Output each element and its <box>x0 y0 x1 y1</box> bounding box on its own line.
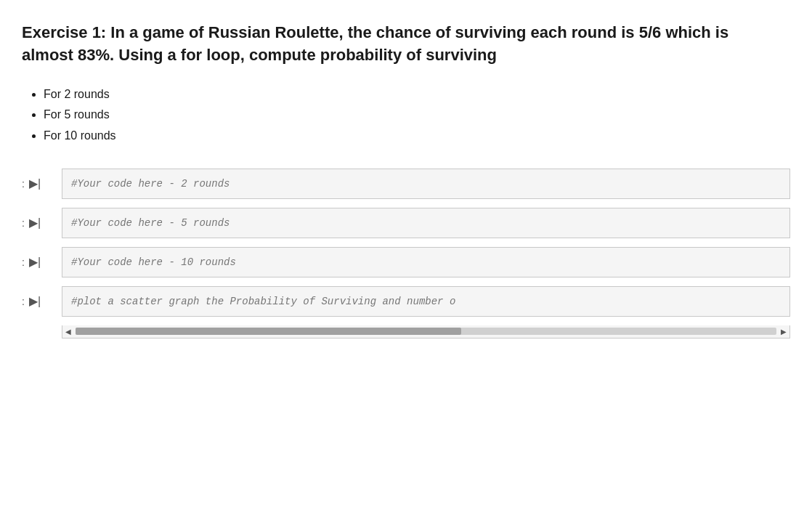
code-cell-4: : ▶| <box>22 286 790 317</box>
code-cell-3: : ▶| <box>22 247 790 277</box>
cell-colon-2: : <box>22 217 25 229</box>
cell-run-btn-4[interactable]: ▶| <box>29 294 41 308</box>
bullet-list: For 2 rounds For 5 rounds For 10 rounds <box>44 84 790 147</box>
cell-colon-4: : <box>22 296 25 307</box>
bullet-item-2-rounds: For 2 rounds <box>44 84 790 105</box>
bullet-item-10-rounds: For 10 rounds <box>44 126 790 147</box>
code-cell-2: : ▶| <box>22 208 790 238</box>
bullet-item-5-rounds: For 5 rounds <box>44 105 790 126</box>
page-container: Exercise 1: In a game of Russian Roulett… <box>0 0 812 523</box>
cell-run-btn-1[interactable]: ▶| <box>29 177 41 190</box>
cell-gutter-3: : ▶| <box>22 255 62 269</box>
scroll-right-arrow[interactable]: ▶ <box>779 328 788 336</box>
cell-colon-1: : <box>22 178 25 190</box>
scrollbar-row: ◀ ▶ <box>22 325 790 338</box>
cell-run-btn-2[interactable]: ▶| <box>29 216 41 230</box>
code-input-2-rounds[interactable] <box>62 169 790 199</box>
cell-gutter-1: : ▶| <box>22 177 62 190</box>
horizontal-scrollbar[interactable]: ◀ ▶ <box>62 325 790 338</box>
code-input-5-rounds[interactable] <box>62 208 790 238</box>
code-input-10-rounds[interactable] <box>62 247 790 277</box>
scroll-left-arrow[interactable]: ◀ <box>64 328 73 336</box>
scroll-thumb[interactable] <box>76 328 461 335</box>
code-input-scatter[interactable] <box>62 286 790 317</box>
scroll-track[interactable] <box>76 328 776 335</box>
exercise-title: Exercise 1: In a game of Russian Roulett… <box>22 22 748 67</box>
cell-run-btn-3[interactable]: ▶| <box>29 255 41 269</box>
cell-gutter-2: : ▶| <box>22 216 62 230</box>
cell-gutter-4: : ▶| <box>22 294 62 308</box>
cell-colon-3: : <box>22 256 25 268</box>
code-cell-1: : ▶| <box>22 169 790 199</box>
